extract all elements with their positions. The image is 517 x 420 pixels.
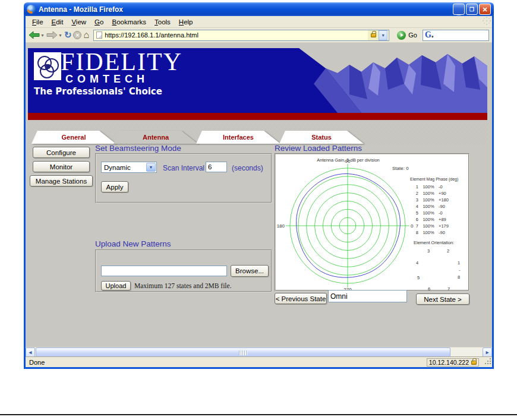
manage-stations-button[interactable]: Manage Stations: [30, 175, 93, 187]
table-row: 7100%+179: [410, 223, 469, 229]
forward-dropdown-icon[interactable]: ▼: [58, 33, 62, 37]
scroll-right-button[interactable]: ▸: [483, 348, 492, 357]
tab-strip: General Antenna Interfaces Status: [28, 120, 487, 144]
menu-item-help[interactable]: Help: [175, 17, 197, 27]
orientation-label: 1: [458, 260, 460, 266]
brand-name-top: FIDELITY: [61, 48, 182, 75]
state-name-input[interactable]: [328, 290, 407, 302]
seconds-label: (seconds): [232, 164, 263, 172]
throbber-icon: [486, 20, 487, 21]
apply-button[interactable]: Apply: [101, 181, 128, 192]
previous-state-button[interactable]: < Previous State: [275, 293, 327, 304]
home-button[interactable]: ⌂: [83, 31, 89, 39]
tab-interfaces[interactable]: Interfaces: [196, 120, 280, 144]
address-bar[interactable]: ▼: [93, 30, 389, 41]
remote-address-text: 10.12.140.222: [429, 359, 469, 366]
address-dropdown-icon[interactable]: ▼: [379, 30, 387, 40]
remote-address-cell: 10.12.140.222: [427, 358, 479, 367]
forward-arrow-icon: [46, 31, 58, 39]
mode-select-value: Dynamic: [102, 164, 146, 171]
svg-text:180: 180: [277, 223, 285, 229]
review-heading: Review Loaded Patterns: [275, 144, 362, 153]
brand-name-bottom: COMTECH: [65, 73, 149, 86]
fidelity-logo-icon: [34, 52, 61, 80]
page-icon: [96, 31, 102, 39]
title-bar[interactable]: Antenna - Mozilla Firefox _ ❐ ✕: [24, 2, 494, 16]
table-row: 5100%-0: [410, 210, 469, 216]
next-state-button[interactable]: Next State >: [416, 293, 469, 305]
beamsteering-groupbox: Dynamic ▼ Scan Interval (seconds) Apply: [95, 153, 272, 203]
orientation-label: 5: [417, 275, 420, 280]
google-logo-icon: G: [425, 31, 431, 39]
chevron-down-icon[interactable]: ▼: [146, 163, 156, 172]
upload-groupbox: Browse... Upload Maximum 127 states and …: [95, 250, 272, 292]
mountain-banner-image: [266, 48, 487, 113]
page-bottom-rule: [0, 414, 517, 415]
resize-grip-icon[interactable]: [490, 358, 491, 359]
red-stripe: [28, 113, 487, 120]
menu-item-file[interactable]: File: [28, 17, 48, 27]
pattern-panel: Antenna Gain, 5 dB per division State: 0…: [275, 153, 469, 291]
window-body: File Edit View Go Bookmarks Tools Help ▼…: [24, 16, 494, 369]
configure-button[interactable]: Configure: [33, 147, 90, 158]
status-bar: Done 10.12.140.222: [26, 356, 492, 367]
menu-item-view[interactable]: View: [67, 17, 90, 27]
back-arrow-icon: [29, 31, 40, 39]
navigation-toolbar: ▼ ▼ ↻ ✕ ⌂ ▼ Go G ▾: [26, 28, 492, 43]
scroll-left-button[interactable]: ◂: [26, 348, 35, 357]
horizontal-scrollbar[interactable]: ◂ ▸: [26, 347, 492, 356]
file-path-input[interactable]: [101, 266, 227, 276]
go-button[interactable]: Go: [393, 31, 421, 40]
menu-item-go[interactable]: Go: [90, 17, 108, 27]
close-button[interactable]: ✕: [479, 4, 491, 15]
orientation-label: 2: [447, 248, 449, 254]
minimize-button[interactable]: _: [453, 4, 465, 15]
scroll-grip-icon: [239, 350, 247, 355]
orientation-label: 7: [447, 286, 450, 292]
tab-general[interactable]: General: [31, 120, 116, 144]
upload-note: Maximum 127 states and 2MB file.: [134, 282, 232, 289]
element-table-header: Element Mag Phase (deg): [410, 177, 469, 181]
table-row: 6100%+89: [410, 216, 469, 223]
menu-item-tools[interactable]: Tools: [150, 17, 175, 27]
browse-button[interactable]: Browse...: [231, 265, 269, 277]
table-row: 3100%+180: [410, 197, 469, 203]
monitor-button[interactable]: Monitor: [33, 161, 90, 172]
back-button[interactable]: ▼: [29, 31, 45, 39]
upload-heading: Upload New Patterns: [95, 239, 171, 248]
element-table: Element Mag Phase (deg) 1100%-0 2100%+90…: [410, 177, 469, 236]
beamsteering-heading: Set Beamsteering Mode: [95, 144, 181, 153]
scan-interval-label: Scan Interval: [163, 164, 204, 172]
reload-button[interactable]: ↻: [64, 31, 72, 39]
forward-button[interactable]: ▼: [46, 31, 62, 39]
search-box[interactable]: G ▾: [423, 30, 489, 41]
menu-item-edit[interactable]: Edit: [48, 17, 68, 27]
menu-item-bookmarks[interactable]: Bookmarks: [108, 17, 150, 27]
brand-tagline: The Professionals' Choice: [34, 86, 162, 97]
page-viewport: FIDELITY COMTECH The Professionals' Choi…: [26, 43, 492, 347]
tab-antenna[interactable]: Antenna: [114, 120, 198, 144]
go-label: Go: [408, 31, 417, 39]
scroll-thumb[interactable]: [36, 348, 450, 357]
scan-interval-input[interactable]: [206, 162, 227, 172]
search-input[interactable]: [433, 31, 517, 39]
polar-gain-chart: 902701800: [276, 160, 419, 292]
orientation-marker: -: [459, 267, 461, 273]
menu-bar: File Edit View Go Bookmarks Tools Help: [26, 16, 492, 28]
table-row: 2100%+90: [410, 190, 469, 197]
mode-select[interactable]: Dynamic ▼: [101, 162, 157, 173]
stop-button[interactable]: ✕: [73, 31, 81, 39]
window-title: Antenna - Mozilla Firefox: [39, 5, 452, 14]
browser-window: Antenna - Mozilla Firefox _ ❐ ✕ File Edi…: [24, 2, 494, 369]
orientation-label: 4: [416, 260, 418, 266]
orientation-title: Element Orientation:: [414, 240, 454, 245]
brand-banner: FIDELITY COMTECH The Professionals' Choi…: [28, 48, 487, 113]
upload-button[interactable]: Upload: [101, 281, 131, 290]
maximize-button[interactable]: ❐: [466, 4, 478, 15]
table-row: 8100%-90: [410, 229, 469, 236]
back-dropdown-icon[interactable]: ▼: [40, 33, 45, 37]
orientation-label: 6: [428, 286, 430, 292]
tab-status[interactable]: Status: [279, 120, 364, 144]
table-row: 1100%-0: [410, 184, 469, 190]
url-input[interactable]: [105, 31, 368, 39]
